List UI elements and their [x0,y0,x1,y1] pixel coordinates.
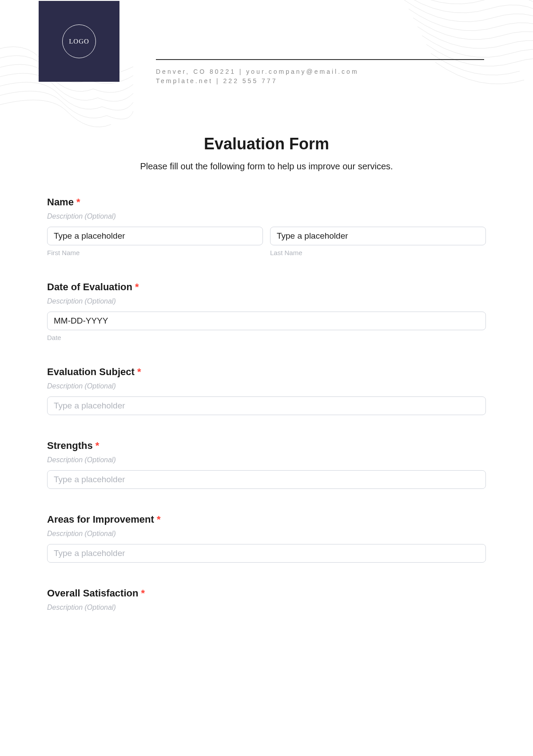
header-rule [156,59,484,60]
subject-description: Description (Optional) [47,382,486,390]
satisfaction-description: Description (Optional) [47,604,486,612]
company-info: Denver, CO 80221 | your.company@email.co… [156,67,484,86]
improvement-description: Description (Optional) [47,530,486,538]
company-line1: Denver, CO 80221 | your.company@email.co… [156,67,484,76]
page-subtitle: Please fill out the following form to he… [47,161,486,172]
field-satisfaction: Overall Satisfaction * Description (Opti… [47,588,486,612]
field-subject: Evaluation Subject * Description (Option… [47,366,486,415]
required-star: * [137,366,141,377]
required-star: * [95,440,99,451]
name-description: Description (Optional) [47,212,486,220]
field-strengths: Strengths * Description (Optional) [47,440,486,489]
field-date: Date of Evaluation * Description (Option… [47,281,486,341]
required-star: * [157,514,161,525]
header-right: Denver, CO 80221 | your.company@email.co… [156,59,533,86]
strengths-description: Description (Optional) [47,456,486,464]
improvement-label: Areas for Improvement * [47,514,486,525]
required-star: * [141,588,145,599]
first-name-sublabel: First Name [47,249,263,256]
date-label: Date of Evaluation * [47,281,486,293]
field-name: Name * Description (Optional) First Name… [47,196,486,256]
required-star: * [76,196,80,208]
subject-input[interactable] [47,396,486,415]
strengths-input[interactable] [47,470,486,489]
improvement-input[interactable] [47,544,486,563]
satisfaction-label: Overall Satisfaction * [47,588,486,599]
name-label: Name * [47,196,486,208]
first-name-input[interactable] [47,227,263,245]
company-line2: Template.net | 222 555 777 [156,76,484,86]
strengths-label: Strengths * [47,440,486,452]
date-sublabel: Date [47,334,486,341]
date-input[interactable] [47,312,486,330]
page-title: Evaluation Form [47,135,486,153]
required-star: * [135,281,139,292]
logo-box: LOGO [39,1,119,82]
logo-text: LOGO [69,38,89,45]
logo-circle: LOGO [62,24,96,58]
last-name-input[interactable] [270,227,486,245]
field-improvement: Areas for Improvement * Description (Opt… [47,514,486,563]
last-name-sublabel: Last Name [270,249,486,256]
form-container: Evaluation Form Please fill out the foll… [0,135,533,612]
page-header: LOGO Denver, CO 80221 | your.company@ema… [0,0,533,86]
date-description: Description (Optional) [47,297,486,305]
subject-label: Evaluation Subject * [47,366,486,378]
